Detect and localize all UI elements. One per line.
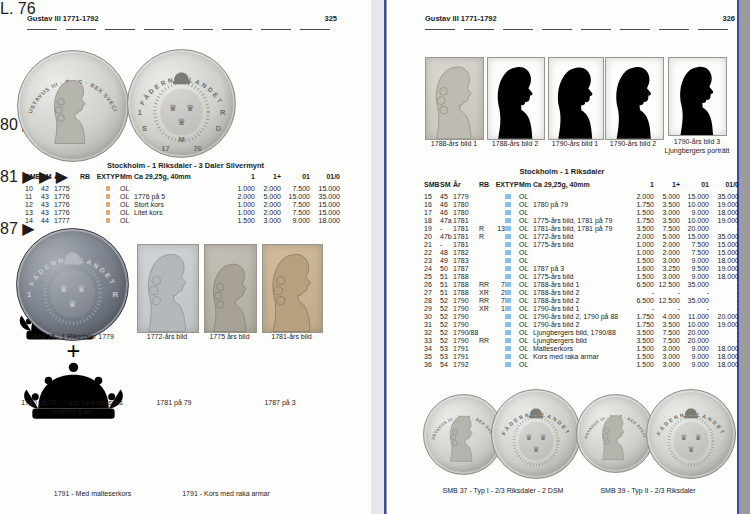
table-cell: 5.000 [654,193,680,201]
table-cell: OL [519,193,533,201]
table-cell: 1787 på 3 [533,265,629,273]
table-cell: 52 [440,321,453,329]
wig-curl-icon [217,301,224,308]
table-cell: 9.000 [281,217,310,225]
table-cell: 7 [495,281,505,289]
wig-curl-icon [617,97,625,105]
table-cell: 4.000 [654,313,680,321]
table-cell: 18.000 [709,209,739,217]
table-cell [479,353,495,361]
portrait-photo-1790-1 [548,57,604,140]
table-row: 15451779IIIOL2.0005.00015.00035.000 [424,193,739,201]
table-cell: 1781-års bild, 1781 på 79 [533,225,629,233]
catalog-spread: Gustav III 1771-1792 325 GUSTAVUS III · … [0,0,750,514]
table-cell: 15.000 [709,241,739,249]
table-cell: III [505,209,519,217]
portrait-bust-art [54,80,85,143]
table-cell [96,201,106,209]
table-cell: 1.750 [629,201,654,209]
table-cell: 3.000 [654,345,680,353]
svg-text:1: 1 [138,108,142,117]
table-cell: II [106,217,120,225]
table-cell: - [709,337,739,345]
portrait-bust-art [488,61,544,139]
table-cell: 19.000 [709,217,739,225]
table-cell: II [106,185,120,193]
header-rule [425,29,735,30]
table-row: 16461780IIIOL1780 på 791.7503.50010.0001… [424,201,739,209]
wig-curl-icon [217,284,224,291]
table-cell: 23 [424,257,440,265]
svg-text:76: 76 [193,144,201,153]
table-cell: - [654,289,680,297]
table-cell: OL [519,345,533,353]
table-cell: 1.500 [629,209,654,217]
page-header-title: Gustav III 1771-1792 [27,14,99,23]
wig-curl-icon [440,88,448,96]
table-cell: 1788-års bild 2 [533,289,629,297]
table-cell: 54 [440,361,453,369]
table-cell: 35.000 [709,193,739,201]
table-cell [134,217,230,225]
table-cell: Litet kors [134,209,230,217]
table-cell: III [505,249,519,257]
page-gap [371,0,384,514]
table-cell: 18 [424,217,440,225]
table-cell: 3.000 [654,353,680,361]
table-header-cell: RB [479,181,495,189]
wig-curl-icon [277,277,285,285]
table-cell: R [479,225,495,233]
table-cell: III [505,313,519,321]
caption-smb15: SMB 15 - 1 Riksdaler 1779 [8,333,136,342]
caption-malteserkors: 1791 - Med malteserkors [30,490,155,499]
table-cell: 15.000 [680,233,709,241]
table-cell: 1780 [453,201,479,209]
table-cell: III [505,193,519,201]
page-border-line [384,0,386,514]
table-cell [495,313,505,321]
table-cell: 1780 [453,209,479,217]
table-cell: 9.000 [680,209,709,217]
section-title: Stockholm - 1 Riksdaler - 3 Daler Silver… [0,161,371,170]
wig-curl-icon [605,440,610,445]
table-cell [495,337,505,345]
table-cell: 7.500 [680,249,709,257]
table-header-cell: Ca 29,25g, 40mm [533,181,629,189]
table-cell [479,321,495,329]
table-header-cell: RB [80,173,96,181]
table-cell: 1776 [54,193,80,201]
table-cell: 47a [440,217,453,225]
table-cell [134,185,230,193]
table-header-cell: 01/0 [310,173,340,181]
table-cell: III [505,281,519,289]
table-cell: 21 [424,241,440,249]
coin-photo-smb15: FÄDERNESLANDET♛♛♛1R [16,228,129,341]
table-cell: 12 [25,201,41,209]
table-cell: 1.000 [230,185,255,193]
table-cell: 1787 [453,265,479,273]
table-cell [533,257,629,265]
wig-curl-icon [152,297,160,305]
caption-1787pa3: 1787 på 3 [238,399,322,408]
table-cell: RR [479,337,495,345]
table-cell: II [106,209,120,217]
table-cell: 15.000 [310,201,340,209]
table-cell [495,201,505,209]
svg-text:R: R [220,108,226,117]
table-header-cell: TYP [505,181,519,189]
wig-curl-icon [214,293,221,300]
wig-curl-icon [452,429,457,434]
table-header-cell: TYP [106,173,120,181]
portrait-photo-1788-1 [425,57,484,140]
table-cell: 19.000 [709,265,739,273]
table-cell: 19 [424,225,440,233]
wig-curl-icon [55,107,62,114]
right-page: Gustav III 1771-1792 326 1788-års bild 1… [387,0,737,514]
table-row: 2047b1781RIIIOL1772-års bild2.0005.00015… [424,233,739,241]
table-cell: 1.750 [629,217,654,225]
table-cell: 1772-års bild [533,233,629,241]
svg-text:M: M [178,135,184,144]
wig-curl-icon [274,287,282,295]
table-cell: 1.500 [629,257,654,265]
table-cell: 52 [440,337,453,345]
